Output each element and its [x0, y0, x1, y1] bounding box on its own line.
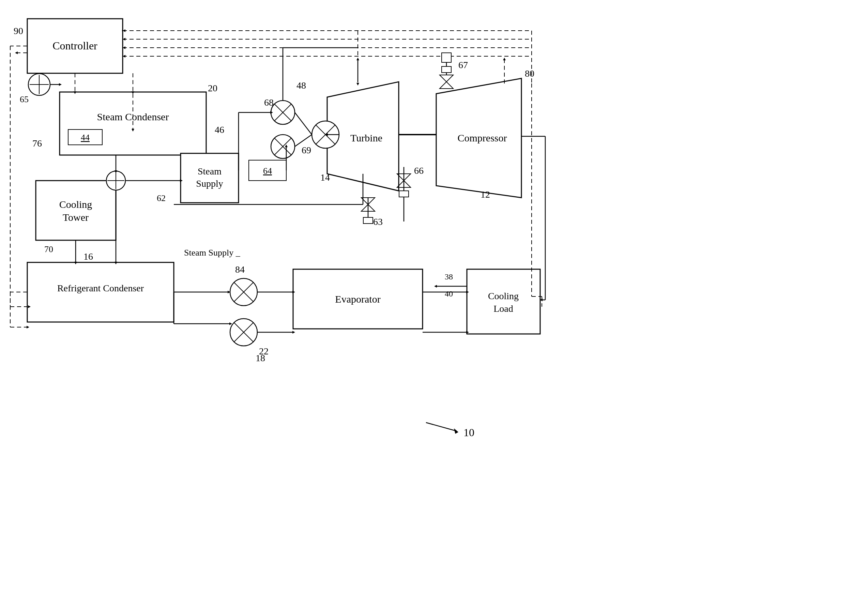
- svg-rect-7: [36, 181, 116, 240]
- svg-text:Supply: Supply: [196, 178, 223, 189]
- svg-text:12: 12: [481, 189, 490, 200]
- svg-text:Turbine: Turbine: [350, 132, 382, 143]
- svg-text:48: 48: [297, 80, 306, 91]
- svg-text:62: 62: [157, 193, 165, 203]
- svg-text:16: 16: [84, 251, 93, 262]
- svg-text:64: 64: [263, 166, 272, 176]
- svg-text:Refrigerant Condenser: Refrigerant Condenser: [57, 283, 144, 294]
- svg-text:20: 20: [208, 83, 217, 93]
- svg-text:84: 84: [235, 264, 245, 274]
- svg-text:38: 38: [445, 272, 453, 281]
- svg-text:66: 66: [414, 165, 424, 176]
- svg-text:Cooling: Cooling: [59, 199, 92, 210]
- svg-text:76: 76: [32, 138, 42, 149]
- svg-text:Compressor: Compressor: [458, 132, 507, 143]
- svg-rect-102: [399, 191, 409, 197]
- svg-text:Load: Load: [493, 303, 513, 314]
- svg-text:67: 67: [458, 60, 468, 70]
- svg-text:80: 80: [525, 68, 534, 79]
- svg-text:46: 46: [215, 124, 224, 135]
- svg-text:18: 18: [255, 353, 265, 363]
- svg-rect-99: [442, 53, 451, 62]
- svg-text:70: 70: [44, 244, 53, 254]
- svg-text:68: 68: [264, 97, 274, 108]
- svg-text:63: 63: [373, 216, 383, 227]
- svg-text:40: 40: [445, 289, 453, 298]
- svg-text:Steam: Steam: [198, 166, 221, 177]
- svg-text:65: 65: [20, 94, 29, 104]
- svg-text:Evaporator: Evaporator: [335, 294, 380, 305]
- svg-text:Controller: Controller: [53, 40, 97, 52]
- svg-text:Tower: Tower: [63, 212, 89, 223]
- svg-text:69: 69: [302, 145, 311, 155]
- svg-rect-98: [442, 66, 451, 72]
- svg-text:Steam Supply _: Steam Supply _: [184, 248, 241, 258]
- diagram-container: Controller Steam Condenser 44 Cooling To…: [0, 0, 868, 596]
- svg-text:10: 10: [464, 426, 474, 438]
- svg-rect-23: [467, 269, 540, 334]
- svg-text:90: 90: [13, 25, 23, 36]
- svg-rect-95: [363, 217, 373, 224]
- svg-text:44: 44: [81, 133, 90, 142]
- svg-text:Cooling: Cooling: [488, 291, 519, 301]
- svg-text:14: 14: [320, 172, 330, 183]
